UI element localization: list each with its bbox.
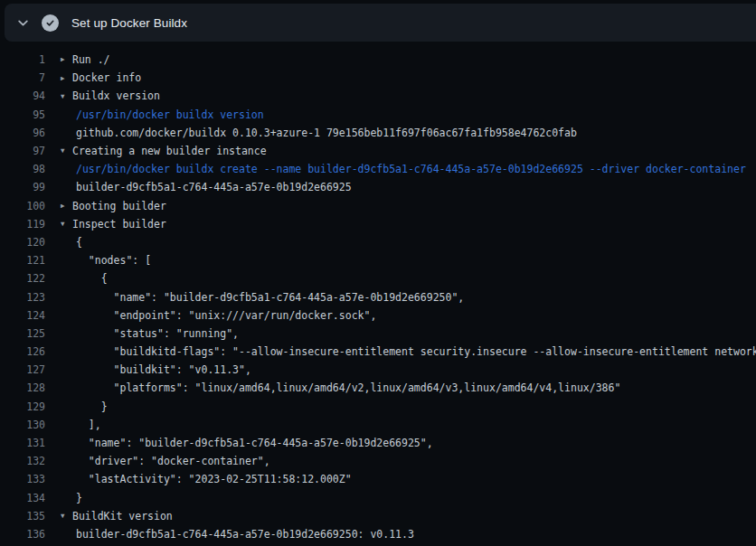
log-group-row: 135▼BuildKit version	[0, 507, 756, 525]
log-line-row: 95/usr/bin/docker buildx version	[0, 106, 756, 124]
line-number[interactable]: 124	[0, 309, 45, 322]
log-output-text: "buildkitd-flags": "--allow-insecure-ent…	[72, 345, 756, 358]
log-line-row: 98/usr/bin/docker buildx create --name b…	[0, 160, 756, 178]
line-number[interactable]: 95	[0, 108, 45, 121]
step-header[interactable]: Set up Docker Buildx	[5, 4, 756, 42]
line-number[interactable]: 134	[0, 492, 45, 504]
log-line-row: 130 ],	[0, 416, 756, 434]
log-line-row: 96github.com/docker/buildx 0.10.3+azure-…	[0, 124, 756, 142]
log-output-text: "nodes": [	[72, 254, 151, 267]
log-output-text: "driver": "docker-container",	[72, 455, 270, 467]
log-output-text: "name": "builder-d9cfb5a1-c764-445a-a57e…	[72, 437, 433, 449]
log-line-row: 125 "status": "running",	[0, 325, 756, 343]
log-output-text: }	[72, 400, 108, 413]
line-number[interactable]: 99	[0, 181, 45, 193]
line-number[interactable]: 96	[0, 127, 45, 139]
log-line-row: 134}	[0, 489, 756, 507]
log-line-row: 128 "platforms": "linux/amd64,linux/amd6…	[0, 379, 756, 397]
log-line-row: 122 {	[0, 269, 756, 287]
log-line-row: 131 "name": "builder-d9cfb5a1-c764-445a-…	[0, 434, 756, 452]
log-group-title[interactable]: BuildKit version	[72, 510, 173, 522]
line-number[interactable]: 123	[0, 291, 45, 304]
log-group-row: 94▼Buildx version	[0, 87, 756, 105]
line-number[interactable]: 130	[0, 419, 45, 431]
log-line-row: 136builder-d9cfb5a1-c764-445a-a57e-0b19d…	[0, 525, 756, 543]
line-number[interactable]: 131	[0, 437, 45, 449]
log-command-text: /usr/bin/docker buildx version	[72, 108, 264, 121]
line-number[interactable]: 121	[0, 254, 45, 267]
log-group-title[interactable]: Booting builder	[72, 200, 166, 212]
line-number[interactable]: 136	[0, 528, 45, 541]
log-line-row: 124 "endpoint": "unix:///var/run/docker.…	[0, 306, 756, 325]
log-output-text: "platforms": "linux/amd64,linux/amd64/v2…	[72, 381, 620, 394]
log-group-title[interactable]: Inspect builder	[72, 218, 166, 231]
line-number[interactable]: 1	[0, 53, 45, 66]
log-group-title[interactable]: Run ./	[72, 53, 110, 66]
log-group-row: 119▼Inspect builder	[0, 215, 756, 233]
expanded-triangle-icon[interactable]: ▼	[45, 513, 72, 520]
log-group-title[interactable]: Docker info	[72, 71, 141, 84]
expanded-triangle-icon[interactable]: ▼	[45, 93, 72, 100]
log-line-row: 121 "nodes": [	[0, 251, 756, 269]
log-line-row: 123 "name": "builder-d9cfb5a1-c764-445a-…	[0, 287, 756, 306]
line-number[interactable]: 119	[0, 218, 45, 231]
log-line-row: 127 "buildkit": "v0.11.3",	[0, 361, 756, 379]
log-line-row: 129 }	[0, 398, 756, 416]
step-title: Set up Docker Buildx	[71, 16, 187, 30]
log-output-text: builder-d9cfb5a1-c764-445a-a57e-0b19d2e6…	[72, 181, 352, 193]
log-output-text: builder-d9cfb5a1-c764-445a-a57e-0b19d2e6…	[72, 528, 414, 541]
log-output-text: "status": "running",	[72, 327, 239, 340]
log-output-text: {	[72, 236, 82, 249]
line-number[interactable]: 132	[0, 455, 45, 467]
log-command-text: /usr/bin/docker buildx create --name bui…	[72, 163, 746, 175]
line-number[interactable]: 94	[0, 89, 45, 102]
log-output-text: "buildkit": "v0.11.3",	[72, 363, 251, 376]
line-number[interactable]: 125	[0, 327, 45, 340]
line-number[interactable]: 98	[0, 163, 45, 175]
log-line-row: 132 "driver": "docker-container",	[0, 452, 756, 470]
log-output-text: github.com/docker/buildx 0.10.3+azure-1 …	[72, 127, 577, 139]
log-line-row: 133 "lastActivity": "2023-02-25T11:58:12…	[0, 470, 756, 488]
log-line-row: 120{	[0, 233, 756, 251]
log-output-text: }	[72, 492, 82, 504]
line-number[interactable]: 120	[0, 236, 45, 249]
log-line-row: 99builder-d9cfb5a1-c764-445a-a57e-0b19d2…	[0, 178, 756, 196]
collapsed-triangle-icon[interactable]: ▶	[45, 56, 72, 63]
expanded-triangle-icon[interactable]: ▼	[45, 147, 72, 155]
log-line-row: 126 "buildkitd-flags": "--allow-insecure…	[0, 343, 756, 361]
log-output-text: "name": "builder-d9cfb5a1-c764-445a-a57e…	[72, 291, 464, 304]
log-output-text: "endpoint": "unix:///var/run/docker.sock…	[72, 309, 376, 322]
collapsed-triangle-icon[interactable]: ▶	[45, 202, 72, 210]
log-output-text: "lastActivity": "2023-02-25T11:58:12.000…	[72, 473, 352, 485]
line-number[interactable]: 126	[0, 345, 45, 358]
log-group-row: 100▶Booting builder	[0, 197, 756, 215]
log-output-text: ],	[72, 419, 101, 431]
line-number[interactable]: 100	[0, 200, 45, 212]
log-group-row: 97▼Creating a new builder instance	[0, 142, 756, 160]
expanded-triangle-icon[interactable]: ▼	[45, 221, 72, 228]
line-number[interactable]: 122	[0, 272, 45, 285]
collapsed-triangle-icon[interactable]: ▶	[45, 75, 72, 82]
line-number[interactable]: 133	[0, 473, 45, 485]
line-number[interactable]: 97	[0, 145, 45, 157]
check-circle-icon	[42, 14, 59, 32]
chevron-down-icon[interactable]	[10, 10, 35, 35]
log-group-title[interactable]: Buildx version	[72, 89, 160, 102]
line-number[interactable]: 127	[0, 363, 45, 376]
log-group-title[interactable]: Creating a new builder instance	[72, 145, 267, 157]
log-output: 1▶Run ./7▶Docker info94▼Buildx version95…	[0, 42, 756, 546]
log-output-text: {	[72, 272, 108, 285]
line-number[interactable]: 128	[0, 381, 45, 394]
log-group-row: 1▶Run ./	[0, 51, 756, 69]
line-number[interactable]: 7	[0, 71, 45, 84]
line-number[interactable]: 135	[0, 510, 45, 522]
log-group-row: 7▶Docker info	[0, 69, 756, 87]
line-number[interactable]: 129	[0, 400, 45, 413]
